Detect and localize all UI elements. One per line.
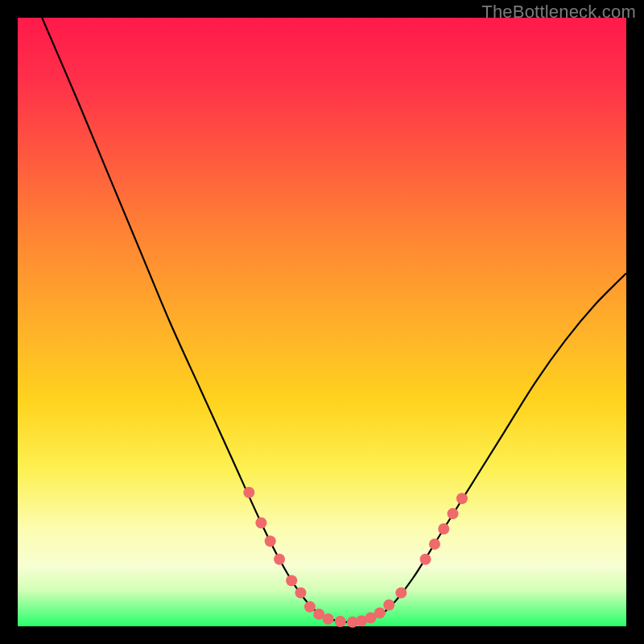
bottleneck-curve [42, 18, 626, 622]
right-arm-marker [420, 554, 431, 565]
right-arm-marker [383, 600, 394, 611]
plot-area [18, 18, 626, 626]
chart-svg [18, 18, 626, 626]
valley-marker [304, 601, 316, 613]
chart-frame: TheBottleneck.com [0, 0, 644, 644]
right-arm-marker [395, 587, 407, 598]
valley-marker [323, 613, 334, 625]
right-arm-marker [438, 523, 449, 535]
valley-marker [374, 607, 386, 618]
valley-marker [335, 616, 346, 627]
left-arm-marker [255, 518, 266, 529]
left-arm-marker [243, 487, 254, 498]
left-arm-marker [274, 554, 285, 565]
right-arm-marker [429, 539, 440, 550]
right-arm-marker [448, 508, 459, 519]
left-arm-marker [265, 535, 276, 547]
left-arm-marker [295, 587, 307, 598]
left-arm-marker [286, 575, 297, 586]
marker-layer [243, 487, 468, 628]
right-arm-marker [456, 493, 468, 504]
